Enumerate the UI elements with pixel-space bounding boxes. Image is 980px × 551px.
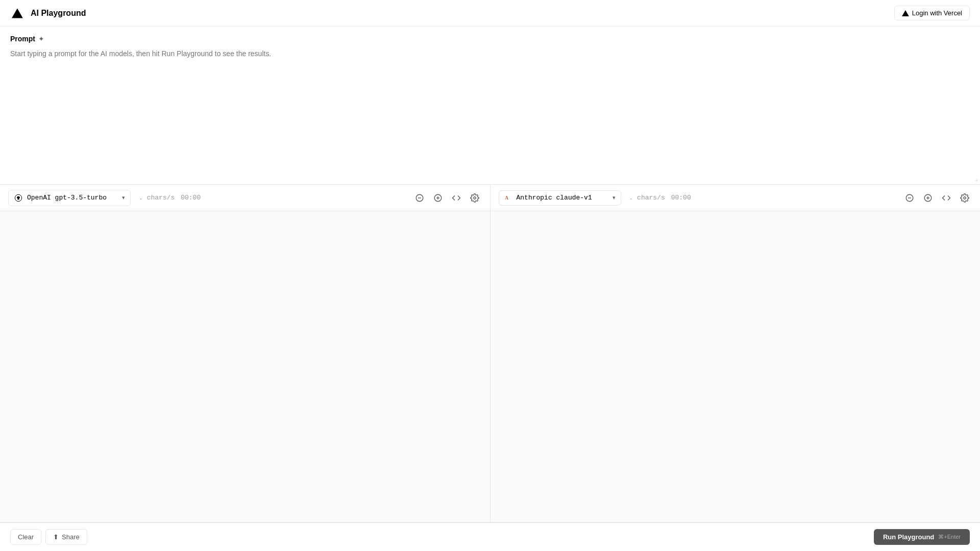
openai-model-name: OpenAI gpt-3.5-turbo [27, 194, 107, 202]
login-button[interactable]: Login with Vercel [894, 6, 970, 20]
svg-text:A: A [505, 195, 508, 201]
openai-controls [412, 191, 482, 205]
header-left: AI Playground [10, 6, 86, 20]
openai-chars-label: . chars/s [139, 194, 175, 202]
anthropic-output [491, 211, 981, 522]
prompt-textarea[interactable] [10, 48, 970, 184]
models-section: OpenAI gpt-3.5-turbo ▾ . chars/s 00:00 [0, 185, 980, 522]
resize-handle[interactable]: ⌟ [975, 175, 978, 182]
clear-button[interactable]: Clear [10, 529, 41, 545]
anthropic-settings-button[interactable] [958, 191, 972, 205]
share-button-label: Share [62, 533, 80, 541]
prompt-section: Prompt ✦ ⌟ [0, 27, 980, 185]
model-panel-openai: OpenAI gpt-3.5-turbo ▾ . chars/s 00:00 [0, 185, 491, 522]
run-playground-button[interactable]: Run Playground ⌘+Enter [874, 529, 970, 545]
prompt-label-text: Prompt [10, 35, 35, 43]
app-header: AI Playground Login with Vercel [0, 0, 980, 27]
run-button-shortcut: ⌘+Enter [938, 534, 961, 540]
share-icon: ⬆ [53, 533, 59, 541]
openai-increase-button[interactable] [431, 191, 445, 205]
run-button-label: Run Playground [883, 533, 934, 541]
anthropic-stats: . chars/s 00:00 [629, 194, 691, 202]
anthropic-decrease-button[interactable] [902, 191, 917, 205]
share-button[interactable]: ⬆ Share [45, 529, 87, 545]
model-panel-anthropic: A Anthropic claude-v1 ▾ . chars/s 00:00 [491, 185, 981, 522]
model-selector-anthropic[interactable]: A Anthropic claude-v1 ▾ [499, 190, 621, 206]
model-header-anthropic: A Anthropic claude-v1 ▾ . chars/s 00:00 [491, 185, 981, 211]
openai-code-button[interactable] [449, 191, 463, 205]
app-title: AI Playground [31, 9, 86, 18]
svg-point-13 [964, 196, 966, 199]
prompt-label-row: Prompt ✦ [10, 35, 970, 43]
openai-decrease-button[interactable] [412, 191, 427, 205]
model-header-openai: OpenAI gpt-3.5-turbo ▾ . chars/s 00:00 [0, 185, 490, 211]
anthropic-code-button[interactable] [939, 191, 953, 205]
openai-selector-chevron: ▾ [122, 194, 125, 201]
svg-point-6 [473, 196, 476, 199]
anthropic-chars-label: . chars/s [629, 194, 665, 202]
openai-settings-button[interactable] [468, 191, 482, 205]
anthropic-model-name: Anthropic claude-v1 [517, 194, 592, 202]
app-footer: Clear ⬆ Share Run Playground ⌘+Enter [0, 522, 980, 551]
anthropic-controls [902, 191, 972, 205]
model-selector-openai[interactable]: OpenAI gpt-3.5-turbo ▾ [8, 190, 131, 206]
login-vercel-icon [902, 10, 909, 17]
openai-stats: . chars/s 00:00 [139, 194, 201, 202]
openai-timer: 00:00 [181, 194, 201, 202]
anthropic-timer: 00:00 [671, 194, 691, 202]
anthropic-selector-chevron: ▾ [612, 194, 616, 201]
login-button-label: Login with Vercel [912, 9, 962, 17]
openai-icon [14, 193, 23, 203]
openai-output [0, 211, 490, 522]
clear-button-label: Clear [18, 533, 34, 541]
vercel-logo [10, 6, 24, 20]
footer-left: Clear ⬆ Share [10, 529, 87, 545]
anthropic-icon: A [504, 194, 512, 202]
anthropic-increase-button[interactable] [921, 191, 935, 205]
sparkle-icon: ✦ [38, 35, 44, 43]
